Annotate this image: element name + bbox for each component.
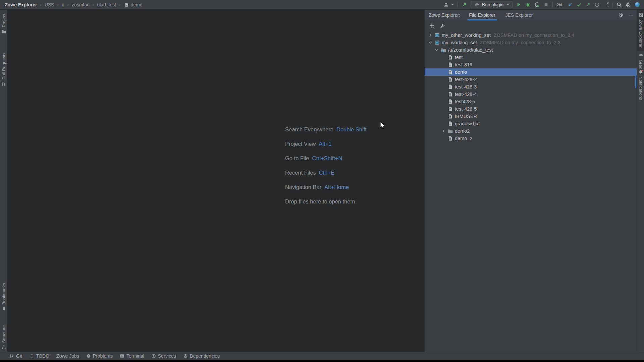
- breadcrumb-item[interactable]: zosmfad: [72, 2, 90, 7]
- git-commit-icon[interactable]: [576, 2, 582, 7]
- tab-jes-explorer[interactable]: JES Explorer: [505, 10, 533, 20]
- settings-gear-icon[interactable]: [626, 2, 631, 7]
- debug-icon[interactable]: [525, 2, 531, 7]
- tree-row[interactable]: demo2: [425, 127, 637, 135]
- git-label: Git:: [556, 2, 564, 7]
- tree-item-label: /u/zosmfad/ulad_test: [448, 47, 493, 53]
- run-configuration-label: Run plugin: [482, 2, 503, 7]
- toolwindow-button-label: Problems: [93, 353, 113, 359]
- profiler-icon[interactable]: [534, 2, 540, 7]
- tree-item-label: test428-5: [455, 99, 475, 104]
- tree-row-selected[interactable]: demo: [425, 68, 637, 76]
- tree-item-label: my_working_set: [442, 40, 477, 45]
- file-icon: [447, 69, 453, 75]
- toolwindow-button-dependencies[interactable]: Dependencies: [183, 353, 220, 359]
- tool-window-title: Zowe Explorer:: [429, 12, 460, 18]
- toolwindow-button-zowe-jobs[interactable]: Zowe Jobs: [56, 353, 79, 359]
- toolwindow-button-terminal[interactable]: Terminal: [120, 353, 144, 359]
- toolbar-separator: [552, 2, 553, 7]
- file-icon: [447, 62, 453, 67]
- minimize-icon[interactable]: [629, 13, 633, 17]
- run-configuration-select[interactable]: Run plugin: [471, 1, 513, 8]
- mouse-cursor: [380, 121, 386, 130]
- git-update-icon[interactable]: [567, 2, 573, 7]
- history-icon[interactable]: [594, 2, 600, 7]
- toolwindow-button-label: Dependencies: [190, 353, 220, 359]
- tree-row[interactable]: /u/zosmfad/ulad_test: [425, 46, 637, 54]
- git-branch-icon: [9, 354, 14, 358]
- chevron-down-icon[interactable]: [451, 4, 454, 5]
- breadcrumb-item-file[interactable]: demo: [124, 2, 143, 7]
- tree-row[interactable]: IBMUSER: [425, 113, 637, 120]
- breadcrumb-item[interactable]: u: [62, 2, 64, 7]
- tree-item-label: test-428-2: [455, 77, 477, 82]
- toolwindow-button-label: TODO: [36, 353, 49, 359]
- shortcut-row: Go to File Ctrl+Shift+N: [285, 151, 367, 166]
- services-icon: [151, 354, 156, 358]
- tree-row[interactable]: demo_2: [425, 135, 637, 142]
- folder-icon: [447, 128, 453, 134]
- stripe-button-bookmarks[interactable]: Bookmarks: [0, 283, 7, 311]
- add-icon[interactable]: [429, 23, 435, 28]
- stop-icon[interactable]: [543, 2, 549, 7]
- scrollbar-thumb[interactable]: [635, 75, 636, 88]
- chevron-right-icon[interactable]: [440, 128, 446, 134]
- run-icon[interactable]: [516, 2, 522, 7]
- tree-row[interactable]: test-428-2: [425, 76, 637, 83]
- breadcrumb-item-label: demo: [131, 2, 143, 7]
- shortcut-row: Recent Files Ctrl+E: [285, 166, 367, 180]
- tree-row[interactable]: test-428-4: [425, 90, 637, 98]
- chevron-down-icon: [506, 4, 509, 5]
- toolwindow-button-todo[interactable]: TODO: [29, 353, 49, 359]
- breadcrumb-separator: ›: [57, 2, 59, 7]
- tree-row[interactable]: test-428-3: [425, 83, 637, 90]
- breadcrumb-item[interactable]: USS: [45, 2, 54, 7]
- file-icon: [447, 121, 453, 126]
- chevron-down-icon[interactable]: [434, 47, 439, 53]
- chevron-down-icon[interactable]: [427, 40, 433, 45]
- editor-empty-area[interactable]: Search Everywhere Double Shift Project V…: [8, 10, 424, 352]
- tree-row[interactable]: test: [425, 54, 637, 61]
- chevron-placeholder: [440, 84, 446, 89]
- tree-row[interactable]: my_other_working_set ZOSMFAD on my_conne…: [425, 32, 637, 39]
- chevron-placeholder: [440, 92, 446, 97]
- profile-sphere-icon[interactable]: [635, 2, 640, 7]
- tree-row[interactable]: test-819: [425, 61, 637, 68]
- bottom-edge-strip: [0, 360, 644, 362]
- git-push-icon[interactable]: [585, 2, 591, 7]
- build-hammer-icon[interactable]: [462, 2, 467, 7]
- tree-row[interactable]: test428-5: [425, 98, 637, 105]
- tool-window-header-actions: [618, 13, 633, 18]
- stripe-button-pull-requests[interactable]: Pull Requests: [0, 53, 7, 86]
- breadcrumb-item[interactable]: ulad_test: [97, 2, 116, 7]
- stripe-label: Structure: [1, 325, 6, 343]
- stripe-button-project[interactable]: Project: [0, 14, 7, 34]
- search-icon[interactable]: [616, 2, 622, 7]
- stripe-button-structure[interactable]: Structure: [0, 325, 7, 349]
- wrench-icon[interactable]: [440, 23, 445, 28]
- breadcrumb-item[interactable]: Zowe Explorer: [5, 2, 37, 7]
- stripe-label: Zowe Explorer: [638, 19, 643, 48]
- file-icon: [447, 106, 453, 112]
- chevron-right-icon[interactable]: [427, 33, 433, 38]
- tree-row[interactable]: gradlew.bat: [425, 120, 637, 127]
- toolwindow-button-problems[interactable]: Problems: [86, 353, 113, 359]
- chevron-placeholder: [440, 77, 446, 82]
- bell-icon: [638, 69, 643, 74]
- rollback-icon[interactable]: [603, 2, 609, 7]
- tree-item-label: test: [455, 55, 463, 60]
- toolwindow-button-git[interactable]: Git: [9, 353, 22, 359]
- tree-item-label: test-428-4: [455, 92, 477, 97]
- shortcut-keys: Double Shift: [336, 126, 367, 133]
- working-set-icon: [434, 33, 440, 38]
- stripe-button-notifications[interactable]: Notifications: [637, 69, 644, 100]
- pull-request-icon: [1, 81, 6, 86]
- breadcrumb-separator: ›: [40, 2, 41, 7]
- stripe-button-zowe-explorer[interactable]: Zowe Explorer: [637, 10, 644, 51]
- tree-row[interactable]: test-428-5: [425, 105, 637, 113]
- user-account-icon[interactable]: [443, 2, 449, 7]
- toolwindow-button-services[interactable]: Services: [151, 353, 176, 359]
- tree-row[interactable]: my_working_set ZOSMFAD on my_connection_…: [425, 39, 637, 46]
- tab-file-explorer[interactable]: File Explorer: [469, 10, 495, 20]
- panel-settings-gear-icon[interactable]: [618, 13, 623, 18]
